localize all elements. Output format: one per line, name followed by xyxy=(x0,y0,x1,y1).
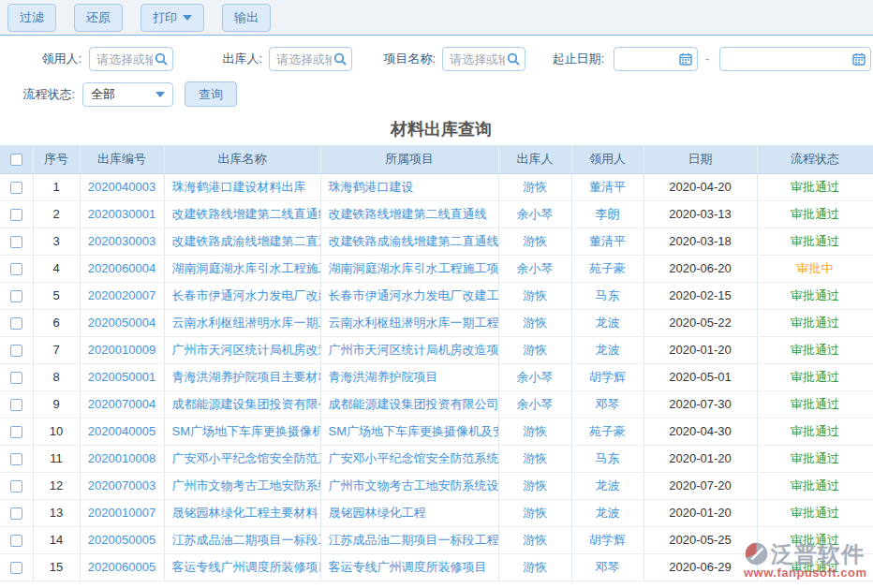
recipient-link[interactable]: 胡学辉 xyxy=(571,526,644,553)
outbound-id-link[interactable]: 2020040005 xyxy=(80,418,164,445)
restore-button[interactable]: 还原 xyxy=(74,4,123,32)
recipient-link[interactable]: 龙波 xyxy=(571,309,644,336)
outbound-id-link[interactable]: 2020010007 xyxy=(80,499,164,526)
issuer-picker[interactable] xyxy=(269,47,352,71)
select-all-checkbox[interactable] xyxy=(10,154,22,166)
project-link[interactable]: 广州市天河区统计局机房改造项目 xyxy=(320,336,498,363)
issuer-link[interactable]: 游恢 xyxy=(498,336,571,363)
project-link[interactable]: 广州市文物考古工地安防系统设计 xyxy=(320,472,498,499)
recipient-link[interactable]: 龙波 xyxy=(571,336,644,363)
query-button[interactable]: 查询 xyxy=(185,81,237,107)
issuer-link[interactable]: 游恢 xyxy=(498,173,571,200)
row-checkbox[interactable] xyxy=(10,535,22,547)
issuer-link[interactable]: 余小琴 xyxy=(498,200,571,228)
row-checkbox[interactable] xyxy=(10,182,22,194)
project-picker[interactable] xyxy=(442,47,525,71)
outbound-id-link[interactable]: 2020060004 xyxy=(80,255,164,282)
outbound-id-link[interactable]: 2020040003 xyxy=(80,173,164,200)
date-from-field[interactable] xyxy=(614,47,698,71)
row-checkbox[interactable] xyxy=(10,507,22,520)
row-checkbox[interactable] xyxy=(10,236,22,248)
project-link[interactable]: 云南水利枢纽潜明水库一期工程材料 xyxy=(320,309,498,336)
print-button[interactable]: 打印 xyxy=(141,4,204,32)
issuer-link[interactable]: 游恢 xyxy=(498,309,571,336)
calendar-icon[interactable] xyxy=(852,52,866,66)
outbound-id-link[interactable]: 2020030001 xyxy=(80,200,164,228)
outbound-id-link[interactable]: 2020060005 xyxy=(80,553,164,581)
date-to-input[interactable] xyxy=(720,48,852,70)
outbound-id-link[interactable]: 2020070004 xyxy=(80,390,164,418)
row-checkbox[interactable] xyxy=(10,317,22,330)
outbound-name-link[interactable]: 广州市天河区统计局机房改造 xyxy=(164,336,320,363)
outbound-name-link[interactable]: 江苏成品油二期项目一标段工程 xyxy=(164,526,320,553)
outbound-name-link[interactable]: 客运专线广州调度所装修项目 xyxy=(164,553,320,581)
row-checkbox[interactable] xyxy=(10,562,22,574)
row-checkbox[interactable] xyxy=(10,209,22,221)
recipient-link[interactable]: 苑子豪 xyxy=(571,255,644,282)
outbound-name-link[interactable]: 珠海鹤港口建设材料出库 xyxy=(164,173,320,200)
recipient-link[interactable]: 李朗 xyxy=(571,200,644,228)
outbound-id-link[interactable]: 2020050004 xyxy=(80,309,164,336)
issuer-link[interactable]: 游恢 xyxy=(498,499,571,526)
recipient-picker[interactable] xyxy=(89,47,173,71)
issuer-link[interactable]: 游恢 xyxy=(498,282,571,309)
issuer-link[interactable]: 游恢 xyxy=(498,553,571,581)
project-link[interactable]: 湖南洞庭湖水库引水工程施工项目 xyxy=(320,255,498,282)
outbound-name-link[interactable]: 云南水利枢纽潜明水库一期工程 xyxy=(164,309,320,336)
row-checkbox[interactable] xyxy=(10,372,22,384)
outbound-name-link[interactable]: 湖南洞庭湖水库引水工程施工 xyxy=(164,255,320,282)
recipient-link[interactable]: 董清平 xyxy=(571,228,644,255)
issuer-link[interactable]: 游恢 xyxy=(498,526,571,553)
outbound-id-link[interactable]: 2020050001 xyxy=(80,363,164,390)
row-checkbox[interactable] xyxy=(10,399,22,411)
issuer-link[interactable]: 游恢 xyxy=(498,472,571,499)
issuer-link[interactable]: 余小琴 xyxy=(498,255,571,282)
project-link[interactable]: 广安邓小平纪念馆安全防范系统 xyxy=(320,445,498,472)
recipient-link[interactable]: 邓琴 xyxy=(571,390,644,418)
outbound-name-link[interactable]: 青海洪湖养护院项目主要材料 xyxy=(164,363,320,390)
search-icon[interactable] xyxy=(155,52,168,66)
recipient-input[interactable] xyxy=(90,48,155,70)
outbound-name-link[interactable]: 改建铁路线增建第二线直通线 xyxy=(164,200,320,228)
outbound-id-link[interactable]: 2020010008 xyxy=(80,445,164,472)
recipient-link[interactable]: 董清平 xyxy=(571,173,644,200)
project-link[interactable]: 珠海鹤港口建设 xyxy=(320,173,498,200)
calendar-icon[interactable] xyxy=(679,52,692,66)
row-checkbox[interactable] xyxy=(10,453,22,465)
recipient-link[interactable]: 邓琴 xyxy=(571,553,644,581)
recipient-link[interactable]: 苑子豪 xyxy=(571,418,644,445)
project-input[interactable] xyxy=(443,48,507,70)
issuer-link[interactable]: 余小琴 xyxy=(498,363,571,390)
export-button[interactable]: 输出 xyxy=(222,4,271,32)
project-link[interactable]: 改建铁路成渝线增建第二直通线 xyxy=(320,228,498,255)
issuer-link[interactable]: 余小琴 xyxy=(498,390,571,418)
recipient-link[interactable]: 马东 xyxy=(571,282,644,309)
filter-button[interactable]: 过滤 xyxy=(7,4,56,32)
outbound-name-link[interactable]: 改建铁路成渝线增建第二直通线 xyxy=(164,228,320,255)
outbound-name-link[interactable]: 晟铭园林绿化工程主要材料 xyxy=(164,499,320,526)
recipient-link[interactable]: 龙波 xyxy=(571,499,644,526)
recipient-link[interactable]: 胡学辉 xyxy=(571,363,644,390)
recipient-link[interactable]: 龙波 xyxy=(571,472,644,499)
project-link[interactable]: 客运专线广州调度所装修项目 xyxy=(320,553,498,581)
search-icon[interactable] xyxy=(507,52,520,66)
outbound-id-link[interactable]: 2020070003 xyxy=(80,472,164,499)
issuer-input[interactable] xyxy=(270,48,333,70)
outbound-id-link[interactable]: 2020010009 xyxy=(80,336,164,363)
outbound-id-link[interactable]: 2020030003 xyxy=(80,228,164,255)
status-select[interactable]: 全部 xyxy=(82,82,173,107)
date-from-input[interactable] xyxy=(614,48,679,70)
outbound-id-link[interactable]: 2020050005 xyxy=(80,526,164,553)
row-checkbox[interactable] xyxy=(10,345,22,357)
outbound-name-link[interactable]: 广州市文物考古工地安防系统 xyxy=(164,472,320,499)
project-link[interactable]: 青海洪湖养护院项目 xyxy=(320,363,498,390)
outbound-name-link[interactable]: SM广场地下车库更换摄像机及安装 xyxy=(164,418,320,445)
recipient-link[interactable]: 马东 xyxy=(571,445,644,472)
row-checkbox[interactable] xyxy=(10,290,22,302)
row-checkbox[interactable] xyxy=(10,480,22,492)
outbound-name-link[interactable]: 成都能源建设集团投资有限公司 xyxy=(164,390,320,418)
outbound-id-link[interactable]: 2020020007 xyxy=(80,282,164,309)
outbound-name-link[interactable]: 长春市伊通河水力发电厂改建 xyxy=(164,282,320,309)
outbound-name-link[interactable]: 广安邓小平纪念馆安全防范系统 xyxy=(164,445,320,472)
project-link[interactable]: 江苏成品油二期项目一标段工程 xyxy=(320,526,498,553)
